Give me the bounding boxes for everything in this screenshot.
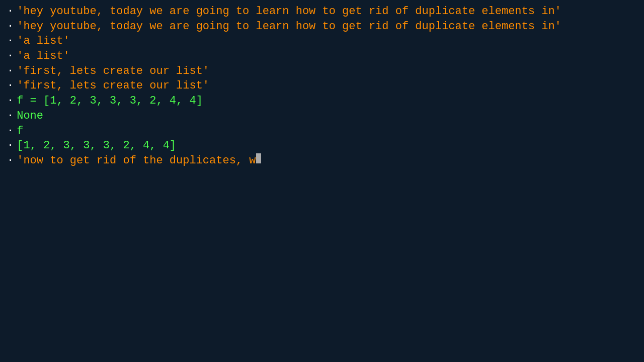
bullet-icon: · — [7, 19, 14, 34]
bullet-icon: · — [7, 109, 14, 124]
bullet-icon: · — [7, 94, 14, 109]
terminal-line: ·'first, lets create our list' — [7, 78, 637, 94]
terminal-output: ·'hey youtube, today we are going to lea… — [7, 4, 637, 168]
line-text: 'first, lets create our list' — [17, 64, 209, 79]
terminal-line: ·'hey youtube, today we are going to lea… — [7, 4, 637, 19]
line-text: 'hey youtube, today we are going to lear… — [17, 4, 561, 19]
bullet-icon: · — [7, 78, 14, 94]
line-text: 'a list' — [17, 34, 70, 49]
cursor-block — [256, 153, 261, 163]
bullet-icon: · — [7, 153, 14, 168]
line-text: 'a list' — [17, 49, 70, 64]
bullet-icon: · — [7, 64, 14, 79]
bullet-icon: · — [7, 49, 14, 64]
terminal-line: ·f = [1, 2, 3, 3, 3, 2, 4, 4] — [7, 94, 637, 109]
terminal-line: ·[1, 2, 3, 3, 3, 2, 4, 4] — [7, 138, 637, 153]
line-text: 'now to get rid of the duplicates, w — [17, 153, 256, 168]
line-text: f = [1, 2, 3, 3, 3, 2, 4, 4] — [17, 94, 203, 109]
line-text: [1, 2, 3, 3, 3, 2, 4, 4] — [17, 138, 176, 153]
bullet-icon: · — [7, 34, 14, 49]
line-text: 'hey youtube, today we are going to lear… — [17, 19, 561, 34]
terminal-line: ·'first, lets create our list' — [7, 64, 637, 79]
line-text: 'first, lets create our list' — [17, 78, 209, 94]
terminal-line: ·None — [7, 109, 637, 124]
bullet-icon: · — [7, 138, 14, 153]
terminal-line: ·'a list' — [7, 34, 637, 49]
terminal-line: ·'a list' — [7, 49, 637, 64]
terminal-line: ·f — [7, 124, 637, 139]
terminal-line: ·'now to get rid of the duplicates, w — [7, 153, 637, 168]
line-text: None — [17, 109, 43, 124]
bullet-icon: · — [7, 124, 14, 139]
terminal-line: ·'hey youtube, today we are going to lea… — [7, 19, 637, 34]
line-text: f — [17, 124, 23, 139]
bullet-icon: · — [7, 4, 14, 19]
